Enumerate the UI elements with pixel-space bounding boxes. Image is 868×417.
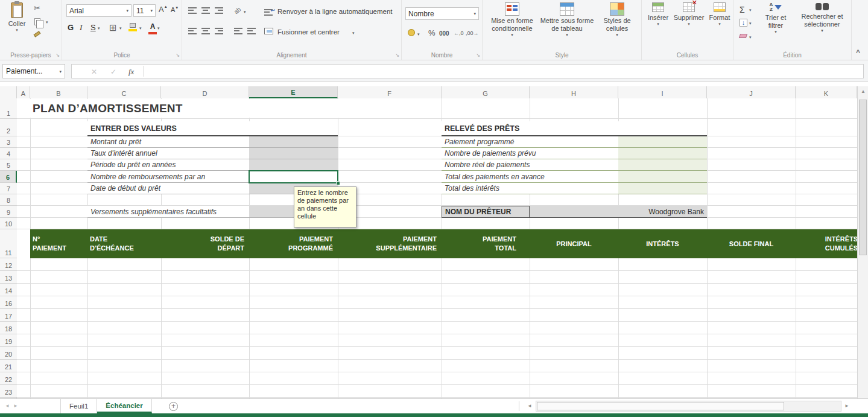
column-header[interactable]: J: [707, 86, 796, 98]
select-all-corner[interactable]: [0, 86, 17, 98]
row-header[interactable]: 2: [0, 119, 17, 136]
vertical-scroll-thumb[interactable]: [859, 100, 867, 255]
align-bottom-icon[interactable]: [215, 7, 223, 14]
autosum-dropdown-icon[interactable]: ▾: [749, 8, 752, 12]
name-box[interactable]: Paiement... ▾: [2, 64, 65, 78]
orientation-icon[interactable]: ab: [233, 6, 242, 16]
row-header[interactable]: 3: [0, 136, 17, 148]
cut-icon[interactable]: ✂: [34, 4, 40, 13]
increase-decimal-icon[interactable]: ←,0: [454, 30, 464, 36]
row-header[interactable]: 14: [0, 284, 17, 296]
sort-filter-button[interactable]: A Z Trier et filtrer ▾: [758, 2, 794, 34]
row-header[interactable]: 10: [0, 218, 17, 229]
italic-button[interactable]: I: [80, 23, 82, 33]
tab-splitter[interactable]: [519, 401, 519, 411]
paste-dropdown-icon[interactable]: ▾: [16, 28, 18, 32]
underline-button[interactable]: S: [90, 23, 96, 32]
horizontal-scrollbar[interactable]: [536, 401, 841, 412]
font-name-dropdown-icon[interactable]: ▾: [126, 8, 128, 13]
table-header-cell[interactable]: SOLDE DE DÉPART: [161, 229, 249, 258]
fill-down-icon[interactable]: ↓: [740, 19, 747, 27]
conditional-formatting-dropdown-icon[interactable]: ▾: [511, 33, 513, 37]
cell-styles-dropdown-icon[interactable]: ▾: [616, 33, 618, 37]
row-header[interactable]: 17: [0, 309, 17, 322]
accounting-format-icon[interactable]: [408, 29, 415, 36]
table-header-cell[interactable]: N° PAIEMENT: [30, 229, 87, 258]
alignment-dialog-launcher-icon[interactable]: ↘: [395, 53, 399, 58]
row-header[interactable]: 13: [0, 271, 17, 284]
horizontal-scroll-thumb[interactable]: [537, 402, 784, 410]
paste-button[interactable]: Coller ▾: [4, 2, 30, 32]
column-header[interactable]: B: [30, 86, 87, 98]
name-box-dropdown-icon[interactable]: ▾: [59, 69, 62, 74]
scroll-up-icon[interactable]: ▲: [861, 89, 866, 94]
delete-cells-dropdown-icon[interactable]: ▾: [688, 22, 690, 26]
row-header[interactable]: 22: [0, 372, 17, 385]
row-header[interactable]: 12: [0, 258, 17, 271]
table-header-cell[interactable]: PAIEMENT TOTAL: [442, 229, 530, 258]
accounting-dropdown-icon[interactable]: ▾: [417, 32, 420, 36]
copy-dropdown-icon[interactable]: ▾: [46, 20, 48, 24]
format-cells-dropdown-icon[interactable]: ▾: [718, 22, 721, 26]
delete-cells-button[interactable]: Supprimer ▾: [672, 2, 706, 26]
format-as-table-button[interactable]: Mettre sous forme de tableau ▾: [539, 2, 595, 37]
column-header[interactable]: I: [618, 86, 707, 98]
summary-value-cell[interactable]: [618, 171, 707, 182]
align-center-icon[interactable]: [201, 28, 210, 34]
input-cell[interactable]: [249, 136, 338, 147]
row-header[interactable]: 21: [0, 360, 17, 372]
summary-value-cell[interactable]: [618, 148, 707, 159]
tab-next-icon[interactable]: ►: [13, 404, 18, 409]
scroll-right-icon[interactable]: ►: [844, 404, 849, 409]
merge-center-dropdown-icon[interactable]: ▾: [352, 31, 355, 35]
wrap-text-icon[interactable]: ↩: [264, 7, 273, 18]
increase-font-icon[interactable]: A▲: [159, 5, 168, 14]
borders-dropdown-icon[interactable]: ▾: [119, 26, 122, 30]
summary-value-cell[interactable]: [618, 136, 707, 147]
fill-dropdown-icon[interactable]: ▾: [749, 21, 752, 25]
comma-style-button[interactable]: 000: [439, 30, 449, 37]
clear-dropdown-icon[interactable]: ▾: [749, 35, 752, 39]
row-header[interactable]: 4: [0, 148, 17, 159]
percent-style-button[interactable]: %: [428, 28, 436, 37]
row-header[interactable]: 16: [0, 296, 17, 309]
row-header[interactable]: 19: [0, 334, 17, 347]
format-painter-icon[interactable]: [34, 31, 41, 37]
font-size-combo[interactable]: 11 ▾: [133, 4, 156, 17]
fill-color-icon[interactable]: [128, 23, 137, 31]
table-header-cell[interactable]: INTÉRÊTS: [618, 229, 707, 258]
number-format-dropdown-icon[interactable]: ▾: [474, 11, 476, 16]
merge-center-icon[interactable]: [264, 28, 273, 34]
orientation-dropdown-icon[interactable]: ▾: [244, 10, 246, 14]
table-header-cell[interactable]: SOLDE FINAL: [707, 229, 796, 258]
decrease-decimal-icon[interactable]: ,00→: [466, 30, 479, 36]
clipboard-dialog-launcher-icon[interactable]: ↘: [55, 53, 60, 58]
sheet-tab[interactable]: Feuil1: [60, 399, 97, 413]
number-dialog-launcher-icon[interactable]: ↘: [476, 53, 480, 58]
font-size-dropdown-icon[interactable]: ▾: [150, 8, 153, 13]
font-color-icon[interactable]: A: [148, 22, 157, 34]
row-header[interactable]: 9: [0, 206, 17, 218]
align-top-icon[interactable]: [188, 7, 197, 14]
fill-color-dropdown-icon[interactable]: ▾: [139, 26, 142, 30]
add-sheet-button[interactable]: +: [169, 402, 178, 411]
row-header[interactable]: 23: [0, 385, 17, 398]
font-name-combo[interactable]: Arial ▾: [66, 4, 131, 17]
row-header-selected[interactable]: 6: [0, 171, 17, 183]
row-header[interactable]: 1: [0, 98, 17, 119]
table-header-cell[interactable]: PRINCIPAL: [530, 229, 618, 258]
column-header[interactable]: A: [17, 86, 30, 98]
row-header[interactable]: 18: [0, 322, 17, 334]
column-header[interactable]: G: [442, 86, 530, 98]
column-header[interactable]: C: [87, 86, 161, 98]
increase-indent-icon[interactable]: [247, 28, 256, 34]
bold-button[interactable]: G: [68, 23, 74, 32]
decrease-indent-icon[interactable]: [234, 28, 242, 34]
align-middle-icon[interactable]: [201, 7, 210, 14]
underline-dropdown-icon[interactable]: ▾: [98, 26, 100, 30]
merge-center-button[interactable]: Fusionner et centrer: [277, 28, 340, 36]
summary-value-cell[interactable]: [618, 183, 707, 194]
summary-value-cell[interactable]: [618, 159, 707, 170]
row-header[interactable]: 11: [0, 229, 17, 258]
cell-styles-button[interactable]: Styles de cellules ▾: [596, 2, 638, 37]
